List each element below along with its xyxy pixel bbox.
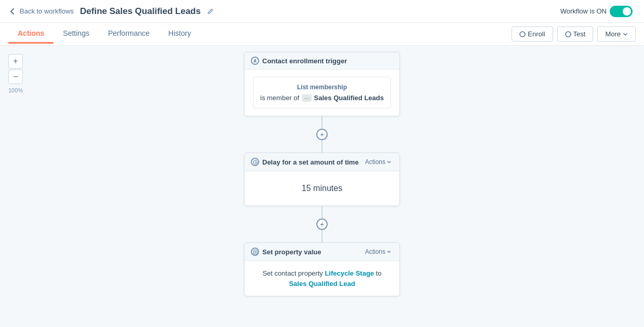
add-step-button-2[interactable]: +: [316, 219, 328, 230]
zoom-out-button[interactable]: −: [8, 70, 23, 84]
zoom-controls: + − 100%: [8, 54, 23, 93]
svg-point-1: [566, 32, 571, 37]
add-step-button-1[interactable]: +: [316, 129, 328, 140]
delay-value: 15 minutes: [253, 179, 391, 198]
zoom-in-button[interactable]: +: [8, 54, 23, 69]
tab-performance[interactable]: Performance: [99, 24, 159, 44]
test-button[interactable]: Test: [557, 26, 594, 42]
set-property-icon: [251, 248, 259, 256]
connector-line-2b: [321, 230, 323, 242]
tab-settings[interactable]: Settings: [53, 24, 99, 44]
trigger-card-body[interactable]: List membership is member of ··· Sales Q…: [245, 70, 399, 116]
trigger-card: Contact enrollment trigger List membersh…: [244, 52, 400, 116]
trigger-card-header: Contact enrollment trigger: [245, 52, 399, 70]
enroll-icon: [519, 31, 526, 37]
enroll-button[interactable]: Enroll: [512, 26, 553, 42]
connector-1: +: [316, 116, 328, 153]
more-button[interactable]: More: [597, 26, 636, 42]
delay-card-header: Delay for a set amount of time Actions: [245, 153, 399, 171]
tab-history[interactable]: History: [159, 24, 200, 44]
edit-title-button[interactable]: [207, 8, 214, 15]
nav-tabs: Actions Settings Performance History: [8, 24, 200, 44]
set-property-text: Set contact property Lifecycle Stage to …: [253, 268, 391, 289]
clock-icon: [251, 158, 259, 166]
connector-line-1b: [321, 140, 323, 153]
delay-actions-chevron-icon: [387, 160, 391, 164]
set-property-actions-button[interactable]: Actions: [363, 247, 393, 256]
delay-card-body[interactable]: 15 minutes: [245, 171, 399, 206]
delay-card: Delay for a set amount of time Actions 1…: [244, 153, 400, 206]
set-property-card-title: Set property value: [262, 248, 321, 256]
pencil-icon: [207, 8, 214, 15]
nav: Actions Settings Performance History Enr…: [0, 23, 644, 46]
header: Back to workflows Define Sales Qualified…: [0, 0, 644, 23]
trigger-card-text: is member of ··· Sales Qualified Leads: [260, 94, 384, 102]
chevron-down-icon: [623, 32, 628, 37]
trigger-bold-text: Sales Qualified Leads: [314, 94, 384, 102]
contact-icon: [251, 57, 259, 65]
workflow-status: Workflow is ON: [560, 6, 633, 17]
nav-buttons: Enroll Test More: [512, 26, 636, 42]
tab-actions[interactable]: Actions: [8, 24, 53, 44]
set-property-card-body[interactable]: Set contact property Lifecycle Stage to …: [245, 261, 399, 296]
trigger-card-title: Contact enrollment trigger: [262, 57, 347, 65]
delay-actions-button[interactable]: Actions: [363, 157, 393, 167]
trigger-text-prefix: is member of: [260, 94, 299, 102]
list-membership-title: List membership: [260, 84, 384, 91]
prop-text-prefix: Set contact property: [262, 269, 323, 277]
back-to-workflows-link[interactable]: Back to workflows: [8, 7, 74, 16]
zoom-level: 100%: [8, 87, 23, 93]
svg-point-0: [520, 32, 525, 37]
set-property-card: Set property value Actions Set contact p…: [244, 242, 400, 296]
workflow-status-label: Workflow is ON: [560, 7, 607, 15]
workflow-area: Contact enrollment trigger List membersh…: [0, 46, 644, 327]
prop-text-middle: to: [376, 269, 382, 277]
back-link-label: Back to workflows: [20, 7, 74, 15]
trigger-card-inner[interactable]: List membership is member of ··· Sales Q…: [253, 77, 391, 108]
prop-lifecycle-stage: Lifecycle Stage: [325, 269, 374, 277]
set-property-header-left: Set property value: [251, 248, 321, 256]
connector-line-2: [321, 206, 323, 219]
canvas: + − 100% Contact enrollment trigger: [0, 46, 644, 327]
workflow-toggle[interactable]: [610, 6, 633, 17]
set-property-card-header: Set property value Actions: [245, 243, 399, 261]
header-right: Workflow is ON: [560, 6, 636, 17]
prop-value: Sales Qualified Lead: [289, 280, 355, 288]
back-arrow-icon: [8, 7, 17, 16]
connector-line-1: [321, 116, 323, 129]
test-icon: [565, 31, 571, 37]
workflow-title: Define Sales Qualified Leads: [80, 6, 200, 17]
header-left: Back to workflows Define Sales Qualified…: [8, 6, 214, 17]
delay-header-left: Delay for a set amount of time: [251, 158, 359, 166]
delay-card-title: Delay for a set amount of time: [262, 158, 359, 166]
connector-2: +: [316, 206, 328, 242]
trigger-pill: ···: [302, 94, 312, 102]
set-property-actions-chevron-icon: [387, 250, 391, 254]
trigger-header-left: Contact enrollment trigger: [251, 57, 347, 65]
